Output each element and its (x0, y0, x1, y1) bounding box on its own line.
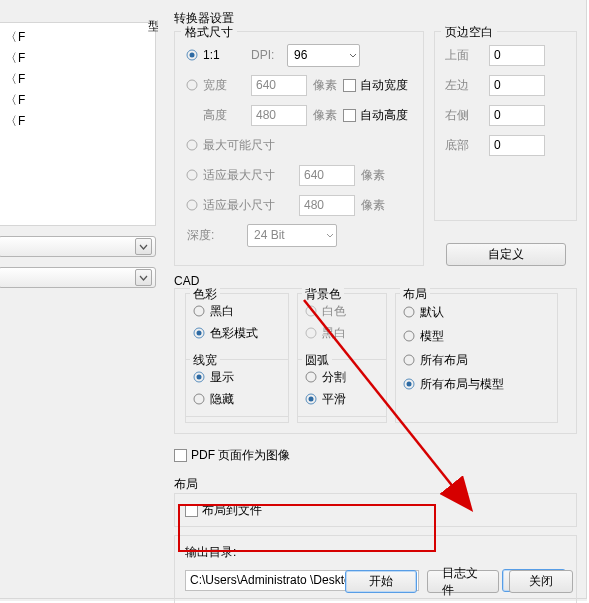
radio-icon[interactable] (185, 169, 199, 181)
svg-point-4 (187, 170, 197, 180)
linew-title: 线宽 (190, 352, 220, 369)
auto-height-label[interactable]: 自动高度 (360, 107, 408, 124)
radio-icon[interactable] (192, 393, 206, 405)
list-item[interactable]: 〈F (5, 27, 149, 48)
radio-icon[interactable] (304, 393, 318, 405)
dpi-label: DPI: (251, 48, 287, 62)
radio-icon[interactable] (185, 79, 199, 91)
linew-hide[interactable]: 隐藏 (210, 391, 234, 408)
format-size-title: 格式尺寸 (181, 24, 237, 41)
svg-point-12 (404, 331, 414, 341)
layout-all[interactable]: 所有布局 (420, 352, 468, 369)
fit-max[interactable]: 适应最大尺寸 (203, 167, 299, 184)
pixel-label: 像素 (361, 197, 385, 214)
auto-width-label[interactable]: 自动宽度 (360, 77, 408, 94)
pixel-label: 像素 (361, 167, 385, 184)
color-mode[interactable]: 色彩模式 (210, 325, 258, 342)
format-size-group: 格式尺寸 1:1 DPI: 96 宽度 640 像素 自动宽度 高度 (174, 31, 424, 266)
log-button[interactable]: 日志文件 (427, 570, 499, 593)
svg-point-9 (306, 306, 316, 316)
svg-point-8 (197, 331, 202, 336)
svg-point-15 (407, 382, 412, 387)
list-item[interactable]: 〈F (5, 90, 149, 111)
arc-smooth[interactable]: 平滑 (322, 391, 346, 408)
list-item[interactable]: 〈F (5, 111, 149, 132)
radio-icon[interactable] (402, 354, 416, 366)
fit-min[interactable]: 适应最小尺寸 (203, 197, 299, 214)
list-item[interactable]: 〈F (5, 48, 149, 69)
left-combo-1[interactable] (0, 236, 156, 257)
pixel-label: 像素 (313, 77, 337, 94)
svg-point-10 (306, 328, 316, 338)
radio-icon[interactable] (402, 378, 416, 390)
svg-point-5 (187, 200, 197, 210)
pad-right-label: 右侧 (445, 107, 489, 124)
fitmax-field[interactable]: 640 (299, 165, 355, 186)
pdf-as-image-checkbox[interactable] (174, 449, 187, 462)
layout-section-title: 布局 (174, 476, 577, 493)
dpi-select[interactable]: 96 (287, 44, 360, 67)
pad-right-field[interactable]: 0 (489, 105, 545, 126)
height-field[interactable]: 480 (251, 105, 307, 126)
pdf-as-image-label[interactable]: PDF 页面作为图像 (191, 447, 290, 464)
svg-point-19 (306, 372, 316, 382)
svg-point-6 (194, 306, 204, 316)
ratio-1-1[interactable]: 1:1 (203, 48, 251, 62)
chevron-down-icon (349, 53, 357, 58)
padding-title: 页边空白 (441, 24, 497, 41)
pad-left-field[interactable]: 0 (489, 75, 545, 96)
radio-icon[interactable] (185, 49, 199, 61)
height-label: 高度 (203, 107, 251, 124)
pad-left-label: 左边 (445, 77, 489, 94)
svg-point-11 (404, 307, 414, 317)
cad-title: CAD (174, 274, 577, 288)
fitmin-field[interactable]: 480 (299, 195, 355, 216)
start-button[interactable]: 开始 (345, 570, 417, 593)
radio-icon[interactable] (304, 371, 318, 383)
layout-default[interactable]: 默认 (420, 304, 444, 321)
radio-icon[interactable] (402, 306, 416, 318)
pad-bottom-field[interactable]: 0 (489, 135, 545, 156)
layout-title: 布局 (400, 286, 430, 303)
radio-icon[interactable] (192, 371, 206, 383)
chevron-down-icon[interactable] (135, 238, 152, 255)
radio-icon[interactable] (304, 305, 318, 317)
customize-button[interactable]: 自定义 (446, 243, 566, 266)
chevron-down-icon[interactable] (135, 269, 152, 286)
auto-height-checkbox[interactable] (343, 109, 356, 122)
left-combo-2[interactable] (0, 267, 156, 288)
svg-point-21 (309, 397, 314, 402)
radio-icon[interactable] (192, 305, 206, 317)
radio-icon[interactable] (192, 327, 206, 339)
width-field[interactable]: 640 (251, 75, 307, 96)
pixel-label: 像素 (313, 107, 337, 124)
close-button[interactable]: 关闭 (509, 570, 573, 593)
cad-group: 色彩 黑白 色彩模式 背景色 白色 黑白 布局 (174, 288, 577, 434)
radio-icon[interactable] (402, 330, 416, 342)
padding-group: 页边空白 上面 0 左边 0 右侧 0 底部 0 (434, 31, 577, 221)
svg-point-13 (404, 355, 414, 365)
layout-model[interactable]: 模型 (420, 328, 444, 345)
pad-top-field[interactable]: 0 (489, 45, 545, 66)
bg-white[interactable]: 白色 (322, 303, 346, 320)
type-label: 型 (148, 19, 158, 32)
radio-icon[interactable] (185, 199, 199, 211)
max-possible[interactable]: 最大可能尺寸 (203, 137, 275, 154)
svg-point-18 (194, 394, 204, 404)
color-bw[interactable]: 黑白 (210, 303, 234, 320)
type-list[interactable]: 〈F 〈F 〈F 〈F 〈F (0, 22, 156, 226)
width-label: 宽度 (203, 77, 251, 94)
bg-black[interactable]: 黑白 (322, 325, 346, 342)
radio-icon[interactable] (185, 139, 199, 151)
list-item[interactable]: 〈F (5, 69, 149, 90)
annotation-box (178, 504, 436, 552)
arc-split[interactable]: 分割 (322, 369, 346, 386)
depth-label: 深度: (185, 227, 247, 244)
depth-select[interactable]: 24 Bit (247, 224, 337, 247)
auto-width-checkbox[interactable] (343, 79, 356, 92)
layout-all-model[interactable]: 所有布局与模型 (420, 376, 504, 393)
linew-show[interactable]: 显示 (210, 369, 234, 386)
svg-point-3 (187, 140, 197, 150)
bg-title: 背景色 (302, 286, 344, 303)
radio-icon[interactable] (304, 327, 318, 339)
